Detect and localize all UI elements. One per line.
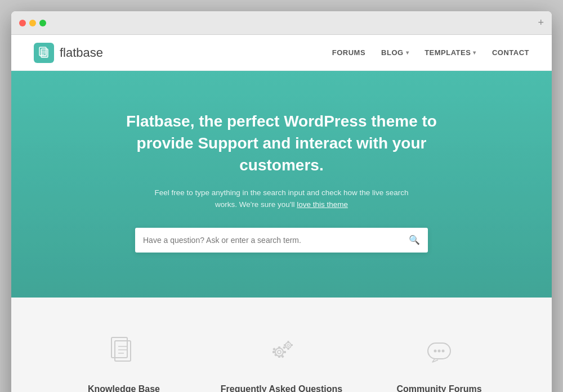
search-icon[interactable]: 🔍: [409, 235, 420, 245]
svg-point-21: [287, 344, 289, 346]
maximize-button[interactable]: [39, 20, 46, 26]
nav-templates[interactable]: TEMPLATES ▾: [425, 48, 476, 57]
search-input[interactable]: [143, 228, 409, 253]
feature-faq: Frequently Asked Questions Frequently As…: [203, 331, 360, 392]
svg-rect-22: [288, 341, 289, 343]
blog-chevron-icon: ▾: [406, 49, 409, 56]
feature-community: Community Forums A community forum power…: [360, 331, 518, 392]
site-content: flatbase FORUMS BLOG ▾ TEMPLATES ▾ CONTA…: [11, 35, 552, 392]
hero-title: Flatbase, the perfect WordPress theme to…: [107, 110, 456, 177]
svg-rect-18: [274, 353, 278, 357]
search-bar: 🔍: [135, 228, 428, 253]
browser-chrome: +: [11, 11, 552, 35]
nav-blog[interactable]: BLOG ▾: [381, 48, 409, 57]
svg-rect-24: [284, 344, 285, 346]
svg-rect-13: [278, 355, 280, 358]
logo[interactable]: flatbase: [34, 43, 103, 63]
templates-chevron-icon: ▾: [473, 49, 476, 56]
document-icon: [104, 331, 144, 371]
chat-icon: [419, 331, 459, 371]
browser-window: + flatbase FORUMS: [11, 11, 552, 392]
logo-text: flatbase: [60, 46, 103, 60]
feature-kb-title: Knowledge Base: [88, 384, 160, 392]
site-header: flatbase FORUMS BLOG ▾ TEMPLATES ▾ CONTA…: [11, 35, 552, 71]
feature-community-title: Community Forums: [396, 384, 481, 392]
svg-rect-15: [284, 351, 286, 353]
svg-point-28: [438, 349, 441, 352]
close-button[interactable]: [19, 20, 26, 26]
svg-rect-25: [291, 344, 293, 346]
new-tab-button[interactable]: +: [538, 17, 544, 29]
hero-section: Flatbase, the perfect WordPress theme to…: [11, 71, 552, 298]
traffic-lights: [19, 20, 46, 26]
svg-point-29: [442, 349, 445, 352]
feature-knowledge-base: Knowledge Base All the information: stru…: [45, 331, 203, 392]
logo-icon: [34, 43, 54, 63]
minimize-button[interactable]: [29, 20, 36, 26]
gear-icon: [262, 331, 301, 371]
svg-rect-23: [288, 348, 289, 350]
svg-point-20: [285, 343, 291, 348]
svg-point-11: [278, 350, 281, 354]
feature-faq-title: Frequently Asked Questions: [221, 384, 342, 392]
nav-forums[interactable]: FORUMS: [332, 48, 365, 57]
svg-point-27: [434, 349, 437, 352]
site-nav: FORUMS BLOG ▾ TEMPLATES ▾ CONTACT: [332, 48, 529, 57]
svg-rect-12: [278, 346, 280, 349]
features-section: Knowledge Base All the information: stru…: [11, 298, 552, 392]
nav-contact[interactable]: CONTACT: [492, 48, 529, 57]
svg-rect-14: [272, 351, 275, 353]
hero-link[interactable]: love this theme: [297, 200, 348, 209]
hero-subtitle: Feel free to type anything in the search…: [146, 187, 417, 211]
